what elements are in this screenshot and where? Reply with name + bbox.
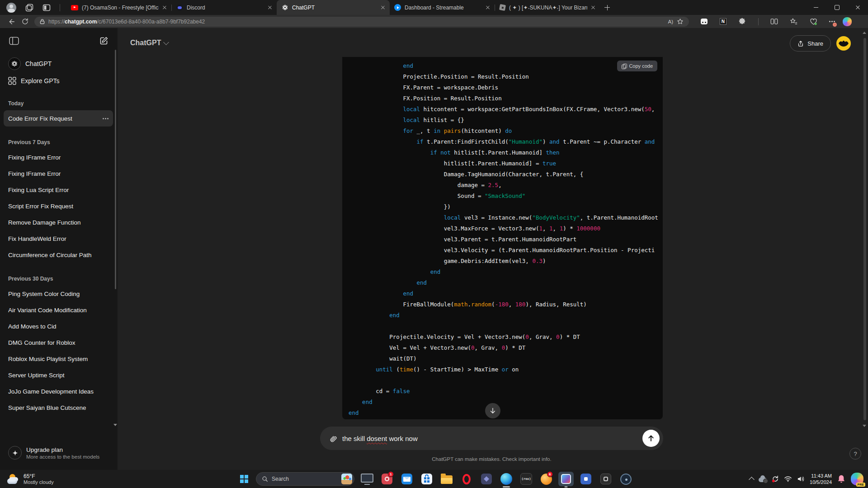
attach-file-icon[interactable] (328, 434, 337, 443)
share-button[interactable]: Share (790, 35, 831, 52)
message-composer[interactable]: the skill dosent work now (320, 427, 663, 450)
gray-outline-app[interactable] (596, 470, 616, 488)
rox-app[interactable]: (rox) (516, 470, 536, 488)
sidebar-scroll-down-icon[interactable] (113, 424, 117, 426)
microsoft-store[interactable] (417, 470, 437, 488)
sidebar-scrollbar[interactable] (115, 50, 116, 289)
scrollbar-up-arrow[interactable] (863, 32, 866, 34)
workspaces-icon[interactable] (25, 4, 33, 12)
chat-history-item[interactable]: Circumference of Circular Path (4, 247, 113, 263)
browser-essentials-icon[interactable] (810, 18, 817, 25)
copilot-taskbar-icon[interactable]: PRE (851, 473, 863, 485)
new-tab-button[interactable] (604, 5, 610, 10)
help-button[interactable]: ? (849, 448, 861, 460)
taskbar-clock[interactable]: 11:43 AM 10/5/2024 (810, 473, 832, 485)
chat-history-item[interactable]: Script Error Fix Request (4, 198, 113, 214)
browser-tab-discord[interactable]: Discord (172, 0, 277, 15)
sync-status-icon[interactable] (772, 475, 779, 483)
arrow-up-icon (647, 434, 655, 442)
taskbar-weather-widget[interactable]: 65°F Mostly cloudy (7, 470, 54, 488)
edge-browser[interactable] (496, 470, 516, 488)
chat-history-item[interactable]: Server Uptime Script (4, 367, 113, 383)
upgrade-icon (8, 446, 22, 460)
split-screen-icon[interactable] (770, 18, 778, 25)
wifi-icon[interactable] (784, 476, 792, 482)
onedrive-icon[interactable] (759, 478, 767, 482)
sidebar-item-chatgpt[interactable]: ChatGPT (4, 55, 113, 72)
browser-tab-roblox[interactable]: ( ✦ ) [✦˖SUKUNA✦˖] Your Bizarre (495, 0, 600, 15)
copilot-pre-badge: PRE (856, 483, 865, 487)
round-dark-app[interactable] (616, 470, 636, 488)
extensions-puzzle-icon[interactable] (738, 18, 746, 25)
red-notification-app[interactable]: 1 (377, 470, 397, 488)
search-highlight-image[interactable] (341, 474, 352, 484)
page-scrollbar[interactable] (863, 38, 866, 420)
copy-icon (622, 64, 626, 69)
chat-history-item[interactable]: Fixing IFrame Error (4, 165, 113, 182)
n-extension-icon[interactable]: N (720, 18, 726, 25)
tab-close-icon[interactable] (268, 5, 272, 10)
chat-history-item[interactable]: Super Saiyan Blue Cutscene (4, 399, 113, 416)
chat-history-item[interactable]: Fixing Lua Script Error (4, 182, 113, 198)
mail-app-icon (401, 474, 412, 484)
upgrade-plan-button[interactable]: Upgrade plan More access to the best mod… (4, 441, 113, 465)
model-switcher[interactable]: ChatGPT (130, 39, 168, 47)
orange-browser-app[interactable]: 6 (536, 470, 556, 488)
start-button[interactable] (235, 470, 253, 488)
user-avatar[interactable] (836, 36, 851, 51)
tab-close-icon[interactable] (381, 5, 385, 10)
desktop-monitor-app[interactable] (357, 470, 377, 488)
chat-history-item[interactable]: Remove Damage Function (4, 214, 113, 230)
chat-history-item[interactable]: Code Error Fix Request (4, 110, 113, 127)
browser-profile-icon[interactable] (6, 3, 16, 13)
notification-bell-icon[interactable] (837, 474, 846, 483)
collections-icon[interactable] (790, 18, 797, 25)
hidden-icons-chevron[interactable] (749, 477, 755, 483)
copy-code-button[interactable]: Copy code (617, 61, 657, 71)
read-aloud-icon[interactable]: A) (668, 19, 674, 24)
chat-history-item[interactable]: Fixing IFrame Error (4, 149, 113, 165)
maximize-button[interactable] (826, 0, 847, 15)
new-chat-icon[interactable] (99, 36, 108, 45)
favorite-star-icon[interactable] (677, 18, 684, 25)
composer-input[interactable]: the skill dosent work now (342, 435, 637, 442)
minimize-button[interactable] (806, 0, 826, 15)
purple-app[interactable] (476, 470, 496, 488)
tab-close-icon[interactable] (591, 5, 595, 10)
opera-browser[interactable] (457, 470, 476, 488)
chat-history-item[interactable]: JoJo Game Development Ideas (4, 383, 113, 399)
sidebar-item-explore-gpts[interactable]: Explore GPTs (4, 72, 113, 89)
chat-history-item[interactable]: Fix HandleWeld Error (4, 230, 113, 247)
scroll-to-bottom-button[interactable] (485, 403, 500, 418)
chat-history-item[interactable]: Add Moves to Cid (4, 318, 113, 334)
file-explorer[interactable] (437, 470, 457, 488)
browser-tab-chatgpt[interactable]: ChatGPT (277, 0, 390, 15)
close-window-button[interactable] (847, 0, 868, 15)
tab-close-icon[interactable] (486, 5, 490, 10)
blue-app[interactable] (576, 470, 596, 488)
copilot-toolbar-icon[interactable] (843, 17, 852, 26)
browser-tab-youtube[interactable]: (7) OsamaSon - Freestyle [Officia (66, 0, 171, 15)
chat-history-item[interactable]: Ping System Color Coding (4, 286, 113, 302)
send-button[interactable] (642, 430, 660, 447)
photos-app[interactable] (556, 470, 576, 488)
tab-close-icon[interactable] (162, 5, 167, 10)
robot-extension-icon[interactable] (701, 19, 708, 24)
volume-icon[interactable] (797, 476, 805, 482)
back-button[interactable] (5, 18, 18, 26)
chat-options-icon[interactable] (103, 118, 104, 119)
scrollbar-down-arrow[interactable] (863, 425, 866, 427)
refresh-button[interactable] (18, 18, 32, 25)
sidebar-toggle-icon[interactable] (9, 37, 19, 45)
search-placeholder: Search (272, 476, 338, 482)
mail-app[interactable] (397, 470, 417, 488)
tab-actions-icon[interactable] (42, 4, 51, 12)
chat-history-item[interactable]: DMG Counter for Roblox (4, 334, 113, 351)
browser-tab-streamable[interactable]: Dashboard - Streamable (390, 0, 495, 15)
address-bar[interactable]: https://chatgpt.com/c/67013e6d-8a40-800a… (34, 17, 689, 27)
chat-history-item[interactable]: Roblox Music Playlist System (4, 351, 113, 367)
taskbar-search-box[interactable]: Search (256, 472, 354, 486)
photos-app-icon (561, 474, 571, 484)
chat-history-item[interactable]: Air Variant Code Modification (4, 302, 113, 318)
settings-more-icon[interactable]: ↑ (829, 21, 830, 22)
